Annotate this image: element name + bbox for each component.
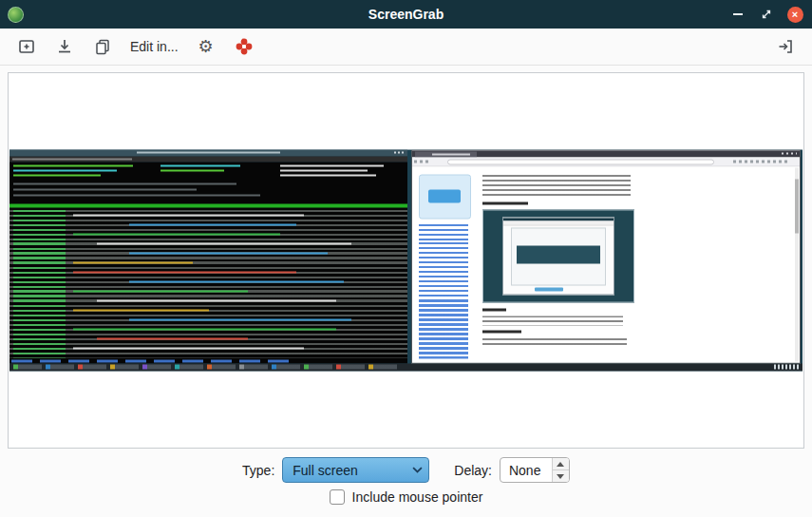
decor-line bbox=[795, 180, 799, 234]
page-content bbox=[482, 175, 635, 358]
decor-line bbox=[782, 153, 797, 155]
capture-controls: Type: Full screen Delay: None Include mo… bbox=[0, 449, 812, 517]
decor-line bbox=[239, 365, 268, 370]
decor-line bbox=[304, 365, 332, 370]
decor-line bbox=[46, 365, 74, 370]
edit-in-label: Edit in... bbox=[130, 39, 179, 54]
sidebar-image bbox=[419, 175, 471, 219]
decor-line bbox=[129, 253, 329, 255]
screengrab-logo-button[interactable] bbox=[229, 32, 259, 61]
delay-label: Delay: bbox=[454, 463, 492, 478]
decor-line bbox=[73, 348, 304, 350]
browser-window bbox=[411, 150, 800, 364]
decor-line bbox=[414, 161, 431, 163]
decor-line bbox=[73, 234, 280, 236]
decor-line bbox=[503, 220, 614, 225]
type-label: Type: bbox=[242, 463, 274, 478]
paragraph-lines bbox=[482, 175, 631, 198]
pointer-option-row: Include mouse pointer bbox=[330, 489, 483, 505]
minimize-icon bbox=[733, 13, 743, 15]
terminal-titlebar bbox=[9, 150, 407, 157]
decor-line bbox=[73, 291, 248, 293]
download-arrow-icon bbox=[55, 37, 74, 56]
screenshot-preview[interactable] bbox=[9, 150, 803, 372]
browser-page bbox=[412, 167, 799, 363]
gear-icon: ⚙ bbox=[198, 38, 214, 55]
maximize-button[interactable] bbox=[757, 5, 776, 24]
embedded-screenshot bbox=[482, 210, 635, 303]
close-button[interactable]: × bbox=[785, 5, 804, 24]
paragraph-lines bbox=[482, 338, 628, 346]
arrow-up-icon bbox=[557, 462, 564, 467]
copy-pages-icon bbox=[93, 37, 112, 56]
window-title: ScreenGrab bbox=[0, 7, 812, 22]
screengrab-window: ScreenGrab × bbox=[0, 0, 812, 517]
decor-line bbox=[517, 245, 600, 264]
arrow-down-icon bbox=[557, 474, 564, 479]
decor-line bbox=[73, 329, 336, 331]
new-screenshot-button[interactable] bbox=[11, 32, 42, 61]
quit-button[interactable] bbox=[770, 32, 801, 61]
decor-line bbox=[13, 210, 65, 358]
include-mouse-pointer-label[interactable]: Include mouse pointer bbox=[352, 489, 483, 505]
decor-line bbox=[280, 170, 368, 172]
decor-line bbox=[175, 365, 203, 370]
decor-line bbox=[97, 338, 248, 340]
sidebar-links bbox=[419, 224, 468, 358]
decor-line bbox=[394, 152, 406, 154]
decor-line bbox=[142, 365, 171, 370]
copy-button[interactable] bbox=[87, 32, 118, 61]
heading-line bbox=[482, 309, 507, 312]
heading-line bbox=[482, 202, 528, 205]
decor-line bbox=[368, 365, 397, 370]
frame-plus-icon bbox=[17, 37, 36, 56]
page-sidebar bbox=[419, 175, 471, 358]
decor-line bbox=[447, 160, 714, 165]
type-delay-row: Type: Full screen Delay: None bbox=[242, 457, 570, 483]
browser-tabbar bbox=[412, 151, 799, 158]
terminal-log-lines bbox=[9, 210, 407, 358]
terminal-content bbox=[9, 163, 407, 364]
minimize-button[interactable] bbox=[728, 5, 747, 24]
decor-line bbox=[13, 175, 101, 177]
preview-area bbox=[8, 72, 804, 449]
decor-line bbox=[110, 365, 139, 370]
decor-line bbox=[137, 152, 280, 154]
titlebar[interactable]: ScreenGrab × bbox=[0, 0, 812, 29]
settings-button[interactable]: ⚙ bbox=[191, 32, 221, 61]
decor-line bbox=[13, 365, 42, 370]
decor-line bbox=[129, 224, 296, 226]
decor-line bbox=[73, 262, 193, 264]
paragraph-lines bbox=[482, 316, 623, 326]
decor-line bbox=[161, 170, 224, 172]
spin-up-button[interactable] bbox=[553, 458, 569, 470]
decor-line bbox=[97, 300, 335, 302]
decor-line bbox=[97, 243, 351, 245]
edit-in-button[interactable]: Edit in... bbox=[125, 32, 183, 61]
toolbar: Edit in... ⚙ bbox=[0, 29, 812, 66]
browser-navbar bbox=[412, 158, 799, 167]
decor-line bbox=[207, 365, 236, 370]
heading-line bbox=[482, 331, 522, 334]
decor-line bbox=[129, 281, 344, 283]
decor-line bbox=[73, 272, 296, 274]
decor-line bbox=[161, 165, 240, 167]
save-button[interactable] bbox=[49, 32, 80, 61]
page-scrollbar bbox=[795, 168, 799, 362]
decor-line bbox=[272, 365, 300, 370]
type-select[interactable]: Full screen bbox=[282, 457, 429, 483]
decor-line bbox=[73, 310, 209, 312]
decor-line bbox=[535, 287, 563, 291]
spin-down-button[interactable] bbox=[553, 470, 569, 482]
delay-spinbox[interactable]: None bbox=[500, 457, 570, 483]
decor-line bbox=[733, 161, 787, 163]
include-mouse-pointer-checkbox[interactable] bbox=[330, 489, 345, 505]
htop-header-row bbox=[9, 204, 407, 208]
decor-line bbox=[9, 210, 407, 358]
chevron-down-icon bbox=[406, 467, 428, 473]
decor-line bbox=[13, 183, 236, 185]
htop-meters bbox=[9, 163, 407, 199]
delay-value: None bbox=[500, 458, 552, 482]
decor-line bbox=[280, 165, 384, 167]
taskbar-clock bbox=[774, 365, 799, 370]
